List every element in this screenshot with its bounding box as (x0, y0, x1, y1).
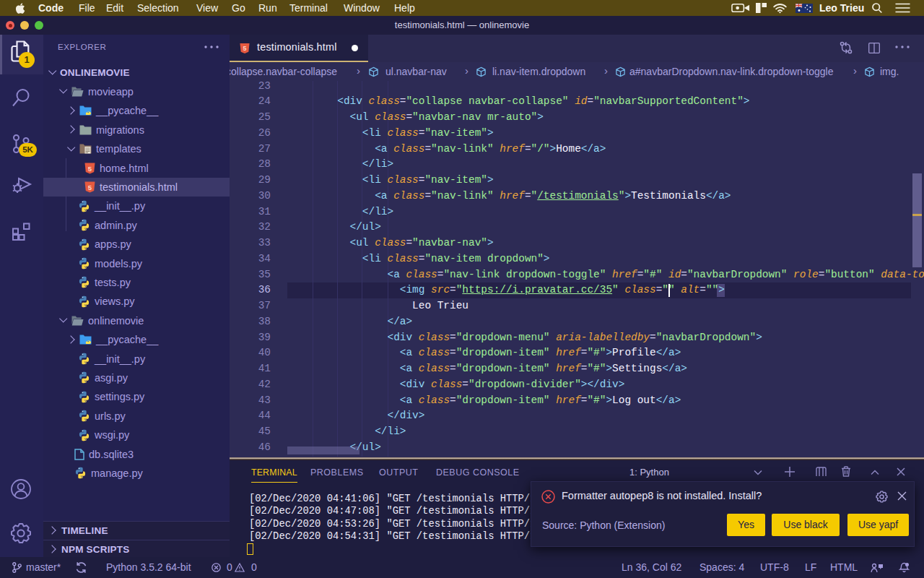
svg-text:5: 5 (88, 164, 92, 172)
svg-text:5: 5 (88, 183, 92, 191)
svg-text:5: 5 (243, 45, 247, 52)
